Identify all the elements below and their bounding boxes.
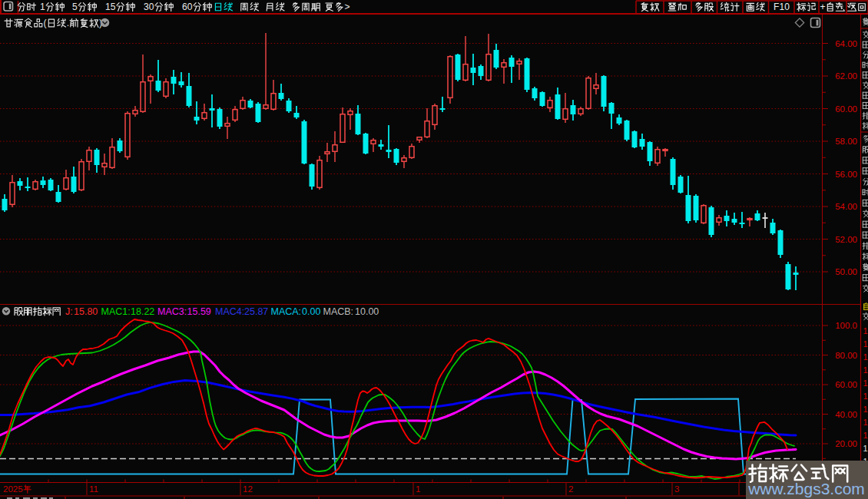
svg-text:.: .: [67, 18, 69, 28]
svg-text:0: 0: [149, 2, 154, 12]
svg-text:18.22: 18.22: [131, 306, 154, 317]
svg-text:1: 1: [40, 2, 45, 12]
svg-text:www.zbgs3.com: www.zbgs3.com: [747, 480, 865, 497]
svg-text:0.00: 0.00: [302, 306, 320, 317]
svg-text:0: 0: [187, 2, 193, 12]
svg-text:5: 5: [72, 2, 78, 12]
svg-text:(: (: [44, 18, 47, 28]
svg-text:1: 1: [863, 352, 868, 362]
svg-text:1: 1: [863, 339, 868, 349]
svg-text:1: 1: [863, 431, 868, 440]
svg-text:MAC1:: MAC1:: [101, 306, 131, 317]
svg-text:62.00: 62.00: [835, 71, 857, 81]
svg-text:10.00: 10.00: [355, 306, 379, 317]
svg-text:56.00: 56.00: [835, 170, 857, 179]
svg-text:54.00: 54.00: [835, 202, 857, 211]
svg-text:58.00: 58.00: [835, 137, 857, 146]
svg-text:F: F: [774, 2, 779, 12]
svg-text:50.00: 50.00: [835, 267, 857, 276]
svg-text:1: 1: [863, 444, 868, 453]
svg-text:1: 1: [863, 378, 868, 388]
svg-text:1: 1: [863, 365, 868, 375]
svg-text:64.00: 64.00: [835, 39, 857, 48]
svg-text:52.00: 52.00: [835, 235, 857, 244]
svg-text:1: 1: [863, 392, 868, 401]
svg-text:1: 1: [416, 484, 420, 494]
svg-text:1: 1: [863, 405, 868, 414]
svg-text:80.00: 80.00: [835, 351, 857, 360]
svg-text:3: 3: [674, 484, 679, 494]
svg-text:11: 11: [89, 484, 98, 494]
svg-text:15.59: 15.59: [187, 306, 211, 317]
svg-text:>: >: [345, 2, 350, 12]
svg-text:60.00: 60.00: [835, 104, 857, 114]
svg-text:2025: 2025: [3, 484, 23, 494]
svg-text:MAC4:: MAC4:: [215, 306, 244, 317]
svg-text:25.87: 25.87: [244, 306, 268, 317]
svg-text:+: +: [820, 2, 825, 12]
svg-text:100.0: 100.0: [835, 321, 857, 330]
svg-text:MAC3:: MAC3:: [157, 306, 187, 317]
svg-text:5: 5: [111, 2, 116, 12]
svg-text:2: 2: [568, 484, 573, 494]
svg-text:0: 0: [784, 2, 790, 12]
svg-text:J:: J:: [65, 306, 73, 317]
svg-text:MACB:: MACB:: [323, 306, 354, 317]
svg-text:15.80: 15.80: [74, 306, 98, 317]
svg-text:12: 12: [243, 484, 253, 494]
svg-text:20.00: 20.00: [835, 439, 857, 448]
svg-text:MACA:: MACA:: [271, 306, 302, 317]
svg-text:1: 1: [863, 418, 868, 427]
svg-text:60.00: 60.00: [835, 380, 857, 389]
svg-text:40.00: 40.00: [835, 410, 857, 419]
svg-text:1: 1: [863, 326, 868, 335]
